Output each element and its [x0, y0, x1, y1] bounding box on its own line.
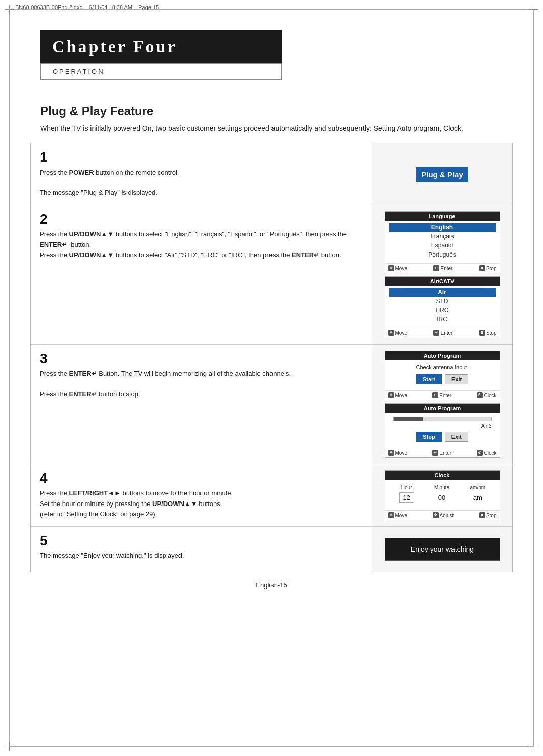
clock-header-hour: Hour [389, 484, 424, 491]
top-meta: BN68-00633B-00Eng 2.qxd 6/11/04 8:38 AM … [15, 4, 159, 10]
step-2-screens: Language English Français Español Portug… [385, 211, 500, 338]
step-5-text: The message "Enjoy your watching." is di… [40, 551, 363, 561]
move-icon2: ❖ [388, 330, 394, 336]
step-3-left: 3 Press the ENTER↵ Button. The TV will b… [31, 345, 372, 464]
autoprog-1-screen: Auto Program Check antenna input. Start … [385, 351, 500, 400]
clock-hour-box: 12 [399, 492, 414, 503]
crosshair-tl [5, 5, 14, 14]
autoprog-2-buttons: Stop Exit [389, 430, 496, 444]
lang-english: English [389, 223, 496, 232]
chapter-subtitle: OPERATION [40, 63, 282, 80]
clock-footer-adjust: ❖ Adjust [433, 512, 454, 518]
stop-icon: ⏹ [479, 265, 485, 271]
lang-portugues: Português [389, 250, 496, 259]
clock-screen: Clock Hour Minute am/pm 12 00 am [385, 470, 500, 520]
step-5-left: 5 The message "Enjoy your watching." is … [31, 527, 372, 572]
aircatv-irc: IRC [389, 315, 496, 324]
autoprog-1-body: Check antenna input. Start Exit [385, 360, 500, 388]
clock-header-ampm: am/pm [460, 484, 495, 491]
autoprog-1-exit-btn[interactable]: Exit [445, 374, 468, 384]
clock-footer-move: ❖ Move [388, 512, 407, 518]
lang-espanol: Español [389, 241, 496, 250]
clock-screen-title: Clock [385, 471, 500, 480]
step-1-text: Press the POWER button on the remote con… [40, 167, 363, 198]
aircatv-footer-stop: ⏹ Stop [479, 330, 497, 336]
autoprog-1-buttons: Start Exit [389, 372, 496, 386]
language-screen-body: English Français Español Português [385, 221, 500, 261]
aircatv-footer-enter: ↵ Enter [433, 330, 452, 336]
crosshair-bl [5, 742, 14, 751]
clock-icon2: ⏱ [477, 450, 483, 456]
clock-screen-body: Hour Minute am/pm 12 00 am [385, 480, 500, 508]
step-1-number: 1 [40, 150, 363, 164]
ap1-footer-clock: ⏱ Clock [477, 392, 496, 398]
autoprog-2-stop-btn[interactable]: Stop [416, 432, 441, 442]
stop-icon2: ⏹ [479, 330, 485, 336]
autoprog-2-title: Auto Program [385, 404, 500, 413]
page-number: English-15 [256, 581, 287, 589]
language-screen-title: Language [385, 212, 500, 221]
step-2-screen: Language English Français Español Portug… [372, 205, 512, 344]
autoprog-1-subtitle: Check antenna input. [389, 362, 496, 372]
step-2-text: Press the UP/DOWN▲▼ buttons to select "E… [40, 229, 363, 260]
step-4-left: 4 Press the LEFT/RIGHT◄► buttons to move… [31, 464, 372, 526]
step-3-screen: Auto Program Check antenna input. Start … [372, 345, 512, 464]
progress-bar [393, 417, 492, 421]
move-icon4: ❖ [388, 450, 394, 456]
stop-icon3: ⏹ [479, 512, 485, 518]
section-title: Plug & Play Feature [40, 104, 503, 118]
lang-footer-enter: ↵ Enter [433, 265, 452, 271]
adjust-icon: ❖ [433, 512, 439, 518]
ap1-footer-move: ❖ Move [388, 392, 407, 398]
enter-icon4: ↵ [432, 450, 438, 456]
step-5-row: 5 The message "Enjoy your watching." is … [31, 527, 512, 572]
step-2-row: 2 Press the UP/DOWN▲▼ buttons to select … [31, 205, 512, 345]
lang-footer-stop: ⏹ Stop [479, 265, 497, 271]
aircatv-screen: Air/CATV Air STD HRC IRC ❖ Move ↵ Enter … [385, 276, 500, 338]
step-1-row: 1 Press the POWER button on the remote c… [31, 143, 512, 205]
autoprog-1-start-btn[interactable]: Start [416, 374, 442, 384]
enter-icon2: ↵ [433, 330, 439, 336]
time-info: 8:38 AM [112, 4, 132, 10]
page-info: Page 15 [138, 4, 159, 10]
ap2-footer-move: ❖ Move [388, 450, 407, 456]
clock-screen-footer: ❖ Move ❖ Adjust ⏹ Stop [385, 510, 500, 520]
autoprog-1-title: Auto Program [385, 351, 500, 360]
step-4-row: 4 Press the LEFT/RIGHT◄► buttons to move… [31, 464, 512, 527]
progress-label: Air 3 [389, 423, 496, 430]
aircatv-screen-title: Air/CATV [385, 277, 500, 286]
file-info: BN68-00633B-00Eng 2.qxd [15, 4, 83, 10]
language-screen: Language English Français Español Portug… [385, 211, 500, 273]
plug-play-label: Plug & Play [416, 167, 468, 182]
ap2-footer-clock: ⏱ Clock [477, 450, 496, 456]
step-3-row: 3 Press the ENTER↵ Button. The TV will b… [31, 345, 512, 464]
lang-francais: Français [389, 232, 496, 241]
ap1-footer-enter: ↵ Enter [432, 392, 451, 398]
clock-icon: ⏱ [477, 392, 483, 398]
progress-fill [394, 417, 423, 421]
page-footer: English-15 [0, 581, 543, 589]
clock-val-minute: 00 [424, 491, 460, 504]
clock-val-hour: 12 [389, 491, 424, 504]
chapter-header: Chapter Four OPERATION [40, 30, 503, 80]
date-info: 6/11/04 [89, 4, 108, 10]
crosshair-tr [529, 5, 538, 14]
step-1-left: 1 Press the POWER button on the remote c… [31, 143, 372, 205]
crosshair-br [529, 742, 538, 751]
steps-container: 1 Press the POWER button on the remote c… [30, 143, 513, 572]
step-3-screens: Auto Program Check antenna input. Start … [385, 351, 500, 458]
autoprog-1-footer: ❖ Move ↵ Enter ⏱ Clock [385, 390, 500, 400]
aircatv-screen-footer: ❖ Move ↵ Enter ⏹ Stop [385, 328, 500, 338]
clock-header-minute: Minute [424, 484, 460, 491]
step-5-screen: Enjoy your watching [372, 527, 512, 572]
autoprog-2-exit-btn[interactable]: Exit [445, 432, 468, 442]
move-icon: ❖ [388, 265, 394, 271]
aircatv-hrc: HRC [389, 306, 496, 315]
aircatv-footer-move: ❖ Move [388, 330, 407, 336]
step-3-number: 3 [40, 352, 363, 366]
aircatv-screen-body: Air STD HRC IRC [385, 286, 500, 326]
clock-table: Hour Minute am/pm 12 00 am [389, 484, 496, 504]
move-icon3: ❖ [388, 392, 394, 398]
step-5-number: 5 [40, 534, 363, 548]
step-4-number: 4 [40, 471, 363, 485]
